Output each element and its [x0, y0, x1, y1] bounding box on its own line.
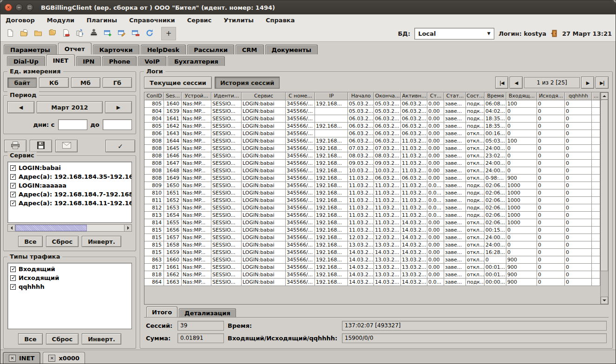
day-to-input[interactable] [103, 119, 132, 130]
main-tab[interactable]: Карточки [93, 45, 139, 54]
table-row[interactable]: 8051642Nas:MP...SESSIO...LOGIN:babai3455… [144, 123, 600, 130]
select-all-button[interactable]: Все [18, 236, 42, 247]
new-document-button[interactable] [4, 27, 16, 40]
scroll-down-icon[interactable] [601, 297, 608, 304]
table-row[interactable]: 8151658Nas:MP...SESSIO...LOGIN:babai3455… [144, 241, 600, 249]
column-header[interactable]: Сервис [242, 92, 286, 100]
table-row[interactable]: 8631660Nas:MP...SESSIO...LOGIN:babai3455… [144, 256, 600, 264]
mail-button[interactable] [55, 140, 78, 152]
column-header[interactable]: Стат... [444, 92, 466, 100]
service-scrollbar[interactable] [7, 224, 132, 232]
list-item[interactable]: Адрес(а): 192.168.184.35-192.168. [8, 172, 131, 181]
table-row[interactable]: 8121653Nas:MP...SESSIO...LOGIN:babai3455… [144, 204, 600, 212]
add-toolbar-button[interactable]: + [161, 27, 176, 40]
checkbox-icon[interactable] [10, 275, 16, 281]
reset-button[interactable]: Сброс [46, 333, 79, 344]
column-header[interactable]: Начало [348, 92, 374, 100]
invert-button[interactable]: Инверт. [82, 236, 121, 247]
main-tab[interactable]: Рассылки [187, 45, 234, 54]
day-from-input[interactable] [58, 119, 87, 130]
menu-item[interactable]: Плагины [86, 17, 117, 24]
tab-itogo[interactable]: Итого [146, 306, 177, 317]
table-row[interactable]: 8091650Nas:MP...SESSIO...LOGIN:babai3455… [144, 182, 600, 189]
scrollbar-track[interactable] [15, 225, 124, 231]
checkbox-icon[interactable] [10, 266, 16, 272]
close-icon[interactable] [9, 355, 16, 362]
list-item[interactable]: Исходящий [8, 273, 131, 282]
main-tab[interactable]: Параметры [4, 45, 57, 54]
sub-tab[interactable]: Бухгалтерия [168, 56, 225, 66]
column-header[interactable]: Сост... [466, 92, 485, 100]
scrollbar-thumb[interactable] [601, 100, 608, 271]
table-row[interactable]: 8081645Nas:MP...SESSIO...LOGIN:babai3455… [144, 145, 600, 152]
session-mode-button[interactable]: История сессий [215, 77, 280, 89]
table-row[interactable]: 8181662Nas:MP...SESSIO...LOGIN:babai3455… [144, 271, 600, 279]
menu-item[interactable]: Договор [6, 17, 35, 24]
column-header[interactable]: Активн... [401, 92, 427, 100]
session-mode-button[interactable]: Текущие сессии [144, 77, 212, 89]
checkbox-icon[interactable] [10, 192, 16, 197]
table-row[interactable]: 8101651Nas:MP...SESSIO...LOGIN:babai3455… [144, 189, 600, 197]
column-header[interactable]: qqhhhh [565, 92, 592, 100]
menu-item[interactable]: Справочники [129, 17, 175, 24]
list-item[interactable]: Адрес(а): 192.168.184.7-192.168.1 [8, 190, 131, 199]
close-icon[interactable] [48, 355, 55, 362]
close-window-button[interactable] [5, 4, 12, 11]
table-row[interactable]: 8051640Nas:MP...SESSIO...LOGIN:babai3455… [144, 100, 600, 108]
table-row[interactable]: 8081647Nas:MP...SESSIO...LOGIN:babai3455… [144, 160, 600, 167]
main-tab[interactable]: Документы [265, 45, 318, 54]
scrollbar-track[interactable] [601, 100, 608, 297]
select-all-button[interactable]: Все [18, 333, 42, 344]
scrollbar-thumb[interactable] [15, 225, 87, 231]
column-header[interactable]: Оконча... [374, 92, 401, 100]
checkbox-icon[interactable] [10, 174, 16, 180]
open-document-button[interactable] [18, 27, 30, 40]
menu-item[interactable]: Утилиты [223, 17, 254, 24]
checkbox-icon[interactable] [10, 183, 16, 188]
menu-item[interactable]: Справка [266, 17, 295, 24]
sub-tab[interactable]: VoIP [138, 56, 166, 66]
table-row[interactable]: 8171661Nas:MP...SESSIO...LOGIN:babai3455… [144, 264, 600, 271]
window-edit-button[interactable] [116, 27, 128, 40]
list-item[interactable]: Входящий [8, 265, 131, 273]
table-row[interactable]: 8081644Nas:MP...SESSIO...LOGIN:babai3455… [144, 137, 600, 145]
copy-documents-button[interactable] [46, 27, 58, 40]
column-header[interactable]: IP [315, 92, 348, 100]
sub-tab[interactable]: INET [46, 54, 75, 66]
list-item[interactable]: Адрес(а): 192.168.184.11-192.168. [8, 199, 131, 208]
reset-button[interactable]: Сброс [46, 236, 79, 247]
column-header[interactable]: Ses... [164, 92, 182, 100]
checkbox-icon[interactable] [10, 201, 16, 206]
unit-button[interactable]: Гб [103, 78, 132, 88]
refresh-button[interactable] [144, 27, 156, 40]
table-row[interactable]: 8151659Nas:MP...SESSIO...LOGIN:babai3455… [144, 249, 600, 256]
scroll-right-icon[interactable] [124, 225, 131, 231]
next-month-button[interactable]: ▶ [105, 101, 132, 113]
prev-page-button[interactable]: ◀ [510, 77, 523, 89]
column-header[interactable]: Входящ... [506, 92, 537, 100]
column-header[interactable]: Иденти... [211, 92, 242, 100]
column-header[interactable]: Устрой... [182, 92, 211, 100]
unit-button[interactable]: Кб [39, 78, 68, 88]
scroll-left-icon[interactable] [8, 225, 15, 231]
table-row[interactable]: 8141655Nas:MP...SESSIO...LOGIN:babai3455… [144, 219, 600, 227]
table-row[interactable]: 8641663Nas:MP...SESSIO...LOGIN:babai3455… [144, 279, 600, 286]
table-row[interactable]: 8081646Nas:MP...SESSIO...LOGIN:babai3455… [144, 152, 600, 160]
column-header[interactable]: Исходя... [537, 92, 565, 100]
table-scrollbar[interactable] [600, 92, 608, 304]
list-item[interactable]: LOGIN:aaaaaa [8, 181, 131, 190]
print-button[interactable] [4, 140, 26, 152]
minimize-window-button[interactable] [15, 4, 23, 11]
delete-document-button[interactable] [60, 27, 72, 40]
table-row[interactable]: 8111652Nas:MP...SESSIO...LOGIN:babai3455… [144, 197, 600, 204]
menu-item[interactable]: Модули [47, 17, 74, 24]
checkbox-icon[interactable] [10, 165, 16, 171]
tab-detalizaciya[interactable]: Детализация [179, 308, 236, 317]
sub-tab[interactable]: Phone [102, 56, 137, 66]
last-page-button[interactable]: ▶| [596, 77, 609, 89]
sub-tab[interactable]: IPN [76, 56, 101, 66]
db-select[interactable]: Local [414, 28, 494, 39]
sub-tab[interactable]: Dial-Up [7, 56, 45, 66]
unit-button[interactable]: Мб [71, 78, 100, 88]
logout-door-icon[interactable] [550, 29, 558, 38]
